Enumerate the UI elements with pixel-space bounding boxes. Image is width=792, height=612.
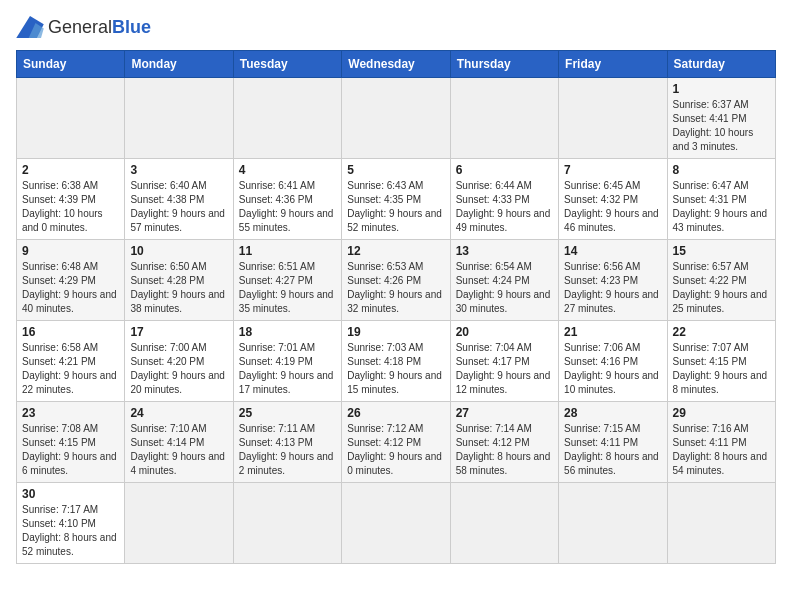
calendar-cell: 27Sunrise: 7:14 AM Sunset: 4:12 PM Dayli… — [450, 402, 558, 483]
day-info: Sunrise: 6:38 AM Sunset: 4:39 PM Dayligh… — [22, 179, 119, 235]
weekday-header: Saturday — [667, 51, 775, 78]
day-number: 21 — [564, 325, 661, 339]
calendar-cell: 11Sunrise: 6:51 AM Sunset: 4:27 PM Dayli… — [233, 240, 341, 321]
calendar-cell — [17, 78, 125, 159]
calendar-cell: 15Sunrise: 6:57 AM Sunset: 4:22 PM Dayli… — [667, 240, 775, 321]
day-number: 28 — [564, 406, 661, 420]
calendar-cell — [233, 483, 341, 564]
day-info: Sunrise: 7:10 AM Sunset: 4:14 PM Dayligh… — [130, 422, 227, 478]
day-number: 14 — [564, 244, 661, 258]
calendar-cell: 14Sunrise: 6:56 AM Sunset: 4:23 PM Dayli… — [559, 240, 667, 321]
calendar-cell: 2Sunrise: 6:38 AM Sunset: 4:39 PM Daylig… — [17, 159, 125, 240]
weekday-header-row: SundayMondayTuesdayWednesdayThursdayFrid… — [17, 51, 776, 78]
calendar-cell — [667, 483, 775, 564]
weekday-header: Tuesday — [233, 51, 341, 78]
calendar-cell — [559, 78, 667, 159]
calendar-cell: 3Sunrise: 6:40 AM Sunset: 4:38 PM Daylig… — [125, 159, 233, 240]
day-info: Sunrise: 6:57 AM Sunset: 4:22 PM Dayligh… — [673, 260, 770, 316]
calendar-table: SundayMondayTuesdayWednesdayThursdayFrid… — [16, 50, 776, 564]
calendar-cell — [342, 78, 450, 159]
day-info: Sunrise: 7:04 AM Sunset: 4:17 PM Dayligh… — [456, 341, 553, 397]
calendar-week-row: 16Sunrise: 6:58 AM Sunset: 4:21 PM Dayli… — [17, 321, 776, 402]
calendar-cell: 8Sunrise: 6:47 AM Sunset: 4:31 PM Daylig… — [667, 159, 775, 240]
day-info: Sunrise: 7:03 AM Sunset: 4:18 PM Dayligh… — [347, 341, 444, 397]
day-info: Sunrise: 6:51 AM Sunset: 4:27 PM Dayligh… — [239, 260, 336, 316]
day-info: Sunrise: 7:16 AM Sunset: 4:11 PM Dayligh… — [673, 422, 770, 478]
day-number: 6 — [456, 163, 553, 177]
day-number: 17 — [130, 325, 227, 339]
day-number: 23 — [22, 406, 119, 420]
calendar-cell — [125, 78, 233, 159]
day-number: 30 — [22, 487, 119, 501]
weekday-header: Friday — [559, 51, 667, 78]
day-info: Sunrise: 6:48 AM Sunset: 4:29 PM Dayligh… — [22, 260, 119, 316]
day-info: Sunrise: 7:06 AM Sunset: 4:16 PM Dayligh… — [564, 341, 661, 397]
day-info: Sunrise: 6:41 AM Sunset: 4:36 PM Dayligh… — [239, 179, 336, 235]
calendar-week-row: 1Sunrise: 6:37 AM Sunset: 4:41 PM Daylig… — [17, 78, 776, 159]
day-info: Sunrise: 6:44 AM Sunset: 4:33 PM Dayligh… — [456, 179, 553, 235]
day-info: Sunrise: 7:08 AM Sunset: 4:15 PM Dayligh… — [22, 422, 119, 478]
day-info: Sunrise: 6:53 AM Sunset: 4:26 PM Dayligh… — [347, 260, 444, 316]
calendar-cell — [233, 78, 341, 159]
day-number: 3 — [130, 163, 227, 177]
logo: GeneralBlue — [16, 16, 151, 38]
weekday-header: Sunday — [17, 51, 125, 78]
day-number: 8 — [673, 163, 770, 177]
calendar-cell: 16Sunrise: 6:58 AM Sunset: 4:21 PM Dayli… — [17, 321, 125, 402]
day-info: Sunrise: 6:40 AM Sunset: 4:38 PM Dayligh… — [130, 179, 227, 235]
calendar-cell: 24Sunrise: 7:10 AM Sunset: 4:14 PM Dayli… — [125, 402, 233, 483]
calendar-cell — [342, 483, 450, 564]
day-number: 9 — [22, 244, 119, 258]
day-number: 25 — [239, 406, 336, 420]
day-number: 20 — [456, 325, 553, 339]
day-number: 12 — [347, 244, 444, 258]
calendar-cell: 21Sunrise: 7:06 AM Sunset: 4:16 PM Dayli… — [559, 321, 667, 402]
calendar-cell — [450, 78, 558, 159]
day-info: Sunrise: 7:07 AM Sunset: 4:15 PM Dayligh… — [673, 341, 770, 397]
calendar-cell: 25Sunrise: 7:11 AM Sunset: 4:13 PM Dayli… — [233, 402, 341, 483]
calendar-cell: 10Sunrise: 6:50 AM Sunset: 4:28 PM Dayli… — [125, 240, 233, 321]
day-number: 24 — [130, 406, 227, 420]
calendar-cell — [125, 483, 233, 564]
day-info: Sunrise: 6:58 AM Sunset: 4:21 PM Dayligh… — [22, 341, 119, 397]
calendar-cell: 20Sunrise: 7:04 AM Sunset: 4:17 PM Dayli… — [450, 321, 558, 402]
calendar-cell: 23Sunrise: 7:08 AM Sunset: 4:15 PM Dayli… — [17, 402, 125, 483]
day-info: Sunrise: 6:43 AM Sunset: 4:35 PM Dayligh… — [347, 179, 444, 235]
day-number: 15 — [673, 244, 770, 258]
calendar-week-row: 2Sunrise: 6:38 AM Sunset: 4:39 PM Daylig… — [17, 159, 776, 240]
calendar-cell: 13Sunrise: 6:54 AM Sunset: 4:24 PM Dayli… — [450, 240, 558, 321]
day-number: 4 — [239, 163, 336, 177]
day-info: Sunrise: 6:45 AM Sunset: 4:32 PM Dayligh… — [564, 179, 661, 235]
day-number: 1 — [673, 82, 770, 96]
page-header: GeneralBlue — [16, 16, 776, 38]
day-info: Sunrise: 7:00 AM Sunset: 4:20 PM Dayligh… — [130, 341, 227, 397]
day-number: 29 — [673, 406, 770, 420]
day-info: Sunrise: 6:56 AM Sunset: 4:23 PM Dayligh… — [564, 260, 661, 316]
calendar-week-row: 23Sunrise: 7:08 AM Sunset: 4:15 PM Dayli… — [17, 402, 776, 483]
day-number: 18 — [239, 325, 336, 339]
calendar-cell — [559, 483, 667, 564]
calendar-cell: 28Sunrise: 7:15 AM Sunset: 4:11 PM Dayli… — [559, 402, 667, 483]
calendar-cell: 30Sunrise: 7:17 AM Sunset: 4:10 PM Dayli… — [17, 483, 125, 564]
weekday-header: Thursday — [450, 51, 558, 78]
calendar-cell — [450, 483, 558, 564]
day-info: Sunrise: 7:01 AM Sunset: 4:19 PM Dayligh… — [239, 341, 336, 397]
day-number: 27 — [456, 406, 553, 420]
day-info: Sunrise: 6:54 AM Sunset: 4:24 PM Dayligh… — [456, 260, 553, 316]
calendar-cell: 6Sunrise: 6:44 AM Sunset: 4:33 PM Daylig… — [450, 159, 558, 240]
day-number: 7 — [564, 163, 661, 177]
day-number: 16 — [22, 325, 119, 339]
day-info: Sunrise: 7:11 AM Sunset: 4:13 PM Dayligh… — [239, 422, 336, 478]
day-info: Sunrise: 7:15 AM Sunset: 4:11 PM Dayligh… — [564, 422, 661, 478]
day-number: 2 — [22, 163, 119, 177]
logo-text: GeneralBlue — [48, 17, 151, 38]
calendar-cell: 1Sunrise: 6:37 AM Sunset: 4:41 PM Daylig… — [667, 78, 775, 159]
logo-icon — [16, 16, 44, 38]
weekday-header: Wednesday — [342, 51, 450, 78]
calendar-cell: 9Sunrise: 6:48 AM Sunset: 4:29 PM Daylig… — [17, 240, 125, 321]
day-number: 13 — [456, 244, 553, 258]
day-number: 22 — [673, 325, 770, 339]
calendar-cell: 22Sunrise: 7:07 AM Sunset: 4:15 PM Dayli… — [667, 321, 775, 402]
day-number: 26 — [347, 406, 444, 420]
calendar-cell: 5Sunrise: 6:43 AM Sunset: 4:35 PM Daylig… — [342, 159, 450, 240]
